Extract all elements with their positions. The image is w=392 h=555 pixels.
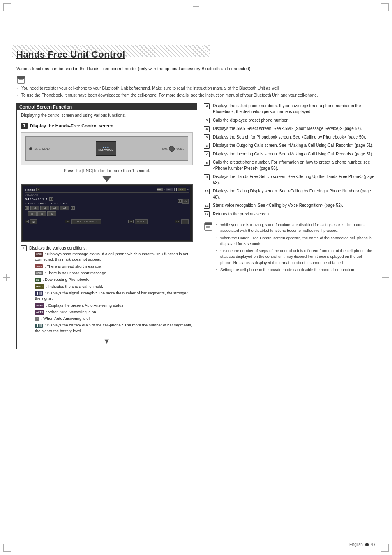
- left-desc-list: 1 Displays the various conditions. SMS :…: [21, 245, 193, 335]
- sub-sms-unread: SMS : There is unread short message.: [35, 264, 193, 269]
- page-footer: English 47: [349, 542, 376, 547]
- page-container: Hands Free Unit Control Various function…: [0, 0, 392, 555]
- sub-auto-answer: AUTO : Displays the present Auto Answeri…: [35, 303, 193, 308]
- right-desc-3: 3 Calls the displayed preset phone numbe…: [204, 118, 376, 124]
- step1-label: Display the Hands-Free Control screen: [30, 123, 113, 128]
- auto-off-icon: A: [35, 317, 39, 321]
- sub-dl: DL : Downloading Phonebook.: [35, 277, 193, 282]
- crosshair-left: [3, 274, 10, 281]
- sms-icon: SMS: [35, 252, 43, 256]
- step1-heading: 1 Display the Hands-Free Control screen: [21, 123, 193, 129]
- right-desc-12: 12 Returns to the previous screen.: [204, 211, 376, 217]
- sub-auto-on: AUTO : When Auto Answering is on: [35, 309, 193, 314]
- sub-battery: ▐▐▐ : Displays the battery drain of the …: [35, 322, 193, 333]
- hold-icon: HOLD: [35, 284, 44, 289]
- step1-badge: 1: [21, 123, 28, 129]
- auto-icon: AUTO: [35, 303, 44, 308]
- sms-unread-icon: SMS: [35, 264, 43, 268]
- crosshair-top: [193, 3, 199, 10]
- right-column: 2 Displays the called phone numbers. If …: [204, 103, 376, 274]
- auto-on-icon: AUTO: [35, 310, 44, 314]
- footer-lang: English: [349, 542, 363, 547]
- sub-sms-read: SMS : There is no unread short message.: [35, 270, 193, 275]
- control-screen-box: Control Screen Function Displaying the c…: [16, 103, 197, 349]
- right-desc-5: 5 Displays the Search for Phonebook scre…: [204, 134, 376, 141]
- top-notes-list: You need to register your cell-phone to …: [16, 85, 376, 98]
- top-note-2: To use the Phonebook, it must have been …: [16, 92, 376, 98]
- corner-tl: [3, 3, 11, 11]
- bottom-note-2: When the Hands-Free Control screen appea…: [215, 235, 376, 247]
- callout-1: 1: [21, 245, 27, 251]
- press-instruction: Press the [FNC] button for more than 1 s…: [21, 169, 193, 173]
- sub-hold: HOLD : Indicates there is a call on hold…: [35, 284, 193, 289]
- right-desc-9: 9 Displays the Hands-Free Set Up screen.…: [204, 174, 376, 186]
- footer-dot: [365, 543, 369, 546]
- svg-rect-6: [205, 223, 212, 225]
- note-icon-top: i: [16, 75, 376, 85]
- crosshair-bottom: [193, 545, 199, 552]
- desc-item-1-text: Displays the various conditions. SMS : D…: [29, 245, 193, 335]
- right-desc-10: 10 Displays the Dialing Display screen. …: [204, 188, 376, 200]
- right-desc-2: 2 Displays the called phone numbers. If …: [204, 103, 376, 115]
- screen-mockup: Hands 1 ■■■ ● SMS ▐▐ HOLD ●: [21, 184, 193, 242]
- sub-signal: ▐▐▐ : Displays the signal strength.* The…: [35, 290, 193, 301]
- corner-br: [381, 544, 389, 552]
- svg-rect-2: [17, 76, 25, 79]
- right-desc-4: 4 Displays the SMS Select screen. See <S…: [204, 126, 376, 132]
- control-screen-title: Control Screen Function: [17, 104, 197, 110]
- bottom-note-4: Setting the cell-phone in the private mo…: [215, 267, 376, 273]
- crosshair-right: [382, 274, 389, 281]
- corner-bl: [3, 544, 11, 552]
- note-icon-bottom: [204, 222, 213, 232]
- sub-sms-status: SMS : Displays short message status. If …: [35, 251, 193, 262]
- right-desc-11: 11 Starts voice recognition. See <Callin…: [204, 203, 376, 209]
- right-desc-list: 2 Displays the called phone numbers. If …: [204, 103, 376, 217]
- dl-icon: DL: [35, 278, 41, 282]
- control-screen-subtitle: Displaying the control screen and using …: [21, 113, 193, 118]
- intro-text: Various functions can be used in the Han…: [16, 66, 376, 72]
- left-column: Control Screen Function Displaying the c…: [16, 103, 197, 349]
- bottom-notes-list: While your car is moving, some functions…: [215, 222, 376, 274]
- sms-read-icon: SMS: [35, 271, 43, 275]
- top-note-1: You need to register your cell-phone to …: [16, 85, 376, 91]
- device-image: SAFE MENU ■ ■ ■ KENWOOD SMS •: [21, 132, 193, 165]
- corner-tr: [381, 3, 389, 11]
- signal-icon: ▐▐▐: [35, 291, 43, 295]
- screen-mockup-inner: Hands 1 ■■■ ● SMS ▐▐ HOLD ●: [23, 186, 190, 240]
- arrow-down: [21, 176, 193, 182]
- bottom-note-3: * Since the number of steps of the contr…: [215, 248, 376, 266]
- stripe-decoration: [12, 45, 210, 57]
- footer-page-num: 47: [371, 542, 376, 547]
- bottom-note-1: While your car is moving, some functions…: [215, 222, 376, 234]
- right-desc-6: 6 Displays the Outgoing Calls screen. Se…: [204, 143, 376, 149]
- desc-item-1: 1 Displays the various conditions. SMS :…: [21, 245, 193, 335]
- note-section-bottom: While your car is moving, some functions…: [204, 222, 376, 274]
- right-desc-8: 8 Calls the preset phone number. For inf…: [204, 160, 376, 171]
- right-desc-7: 7 Displays the Incoming Calls screen. Se…: [204, 151, 376, 157]
- sub-auto-off: A : When Auto Answering is off: [35, 316, 193, 321]
- battery-icon: ▐▐▐: [35, 324, 43, 328]
- main-content: Control Screen Function Displaying the c…: [16, 103, 376, 349]
